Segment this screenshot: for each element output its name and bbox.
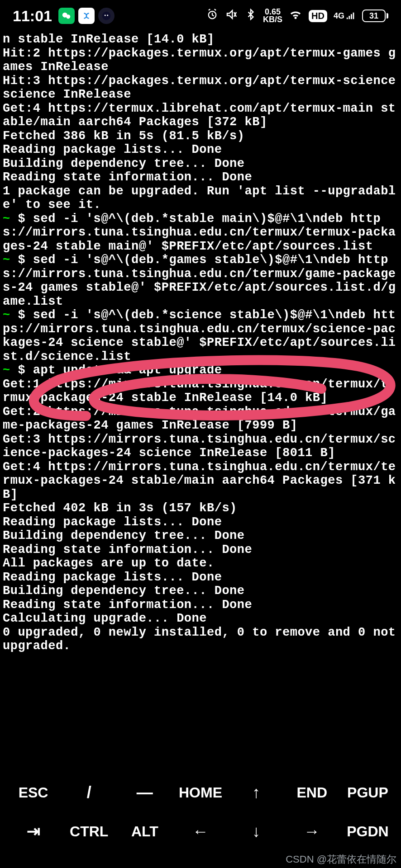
svg-point-4: [107, 15, 108, 16]
key-end[interactable]: END: [284, 780, 340, 806]
bluetooth-icon: [245, 9, 257, 24]
svg-point-3: [105, 15, 106, 16]
battery-indicator: 31: [362, 9, 388, 22]
extra-keys-row-2: ⇥ CTRL ALT ← ↓ → PGDN: [5, 817, 396, 845]
net-speed-unit: KB/S: [263, 16, 282, 24]
term-line: Hit:3 https://packages.termux.org/apt/te…: [3, 74, 401, 102]
prompt-command: $ apt update && apt upgrade: [10, 363, 222, 377]
net-speed: 0.65 KB/S: [263, 8, 282, 24]
key-pgup[interactable]: PGUP: [340, 780, 396, 806]
term-line: Get:4 https://mirrors.tuna.tsinghua.edu.…: [3, 460, 396, 501]
status-bar: 11:01 0.65 KB/S HD: [0, 0, 401, 32]
term-line: All packages are up to date.: [3, 557, 215, 570]
key-slash[interactable]: /: [61, 778, 117, 807]
notification-app-icons: [58, 8, 115, 24]
term-line: Reading package lists... Done: [3, 571, 222, 584]
extra-keys-row-1: ESC / — HOME ↑ END PGUP: [5, 778, 396, 807]
key-home[interactable]: HOME: [172, 780, 228, 806]
term-line: Reading package lists... Done: [3, 143, 222, 156]
termux-extra-keys: ESC / — HOME ↑ END PGUP ⇥ CTRL ALT ← ↓ →…: [0, 769, 401, 851]
prompt-tilde: ~: [3, 308, 10, 322]
term-line: n stable InRelease [14.0 kB]: [3, 33, 215, 46]
term-line: Reading state information... Done: [3, 598, 252, 612]
no-sound-icon: [225, 8, 239, 24]
key-down[interactable]: ↓: [229, 817, 284, 845]
term-line: Fetched 386 kB in 5s (81.5 kB/s): [3, 129, 244, 143]
key-tab[interactable]: ⇥: [5, 817, 61, 845]
term-line: Hit:2 https://packages.termux.org/apt/te…: [3, 47, 396, 74]
clock: 11:01: [13, 7, 52, 25]
key-pgdn[interactable]: PGDN: [340, 819, 396, 844]
term-line: Get:3 https://mirrors.tuna.tsinghua.edu.…: [3, 433, 396, 460]
term-line: Get:1 https://mirrors.tuna.tsinghua.edu.…: [3, 377, 396, 405]
term-line: Building dependency tree... Done: [3, 584, 244, 598]
prompt-tilde: ~: [3, 253, 10, 267]
key-alt[interactable]: ALT: [117, 819, 172, 844]
key-esc[interactable]: ESC: [5, 780, 61, 806]
key-ctrl[interactable]: CTRL: [61, 819, 117, 844]
key-left[interactable]: ←: [172, 817, 228, 845]
app-icon-loop: [78, 8, 95, 24]
cellular-label: 4G: [334, 11, 344, 21]
battery-level: 31: [362, 9, 386, 22]
term-line: Building dependency tree... Done: [3, 529, 244, 542]
key-right[interactable]: →: [284, 817, 340, 845]
term-line: Get:2 https://mirrors.tuna.tsinghua.edu.…: [3, 405, 396, 433]
term-line: Building dependency tree... Done: [3, 157, 244, 170]
prompt-command: $ sed -i 's@^\(deb.*science stable\)$@#\…: [3, 308, 396, 363]
term-line: Get:4 https://termux.librehat.com/apt/te…: [3, 102, 396, 129]
cellular-signal: 4G: [334, 11, 356, 21]
key-dash[interactable]: —: [117, 778, 172, 807]
watermark: CSDN @花蕾依在情随尔: [286, 853, 396, 866]
prompt-tilde: ~: [3, 212, 10, 226]
term-line: Reading state information... Done: [3, 543, 252, 557]
status-bar-right: 0.65 KB/S HD 4G 31: [206, 8, 388, 24]
term-line: 1 package can be upgraded. Run 'apt list…: [3, 184, 396, 212]
prompt-command: $ sed -i 's@^\(deb.*games stable\)$@#\1\…: [3, 253, 396, 308]
battery-cap-icon: [387, 13, 388, 19]
hd-badge: HD: [309, 10, 327, 22]
key-up[interactable]: ↑: [229, 778, 284, 807]
status-bar-left: 11:01: [13, 7, 115, 25]
term-line: 0 upgraded, 0 newly installed, 0 to remo…: [3, 626, 401, 653]
term-line: Reading package lists... Done: [3, 515, 222, 529]
terminal-output[interactable]: n stable InRelease [14.0 kB] Hit:2 https…: [0, 32, 401, 653]
prompt-tilde: ~: [3, 363, 10, 377]
term-line: Fetched 402 kB in 3s (157 kB/s): [3, 501, 237, 515]
app-icon-face: [98, 8, 115, 24]
wifi-icon: [289, 8, 302, 24]
svg-point-1: [66, 14, 70, 19]
svg-point-2: [102, 12, 110, 20]
term-line: Calculating upgrade... Done: [3, 612, 207, 625]
alarm-icon: [206, 8, 219, 24]
prompt-command: $ sed -i 's@^\(deb.*stable main\)$@#\1\n…: [3, 212, 396, 253]
wechat-icon: [58, 8, 75, 24]
term-line: Reading state information... Done: [3, 170, 252, 184]
